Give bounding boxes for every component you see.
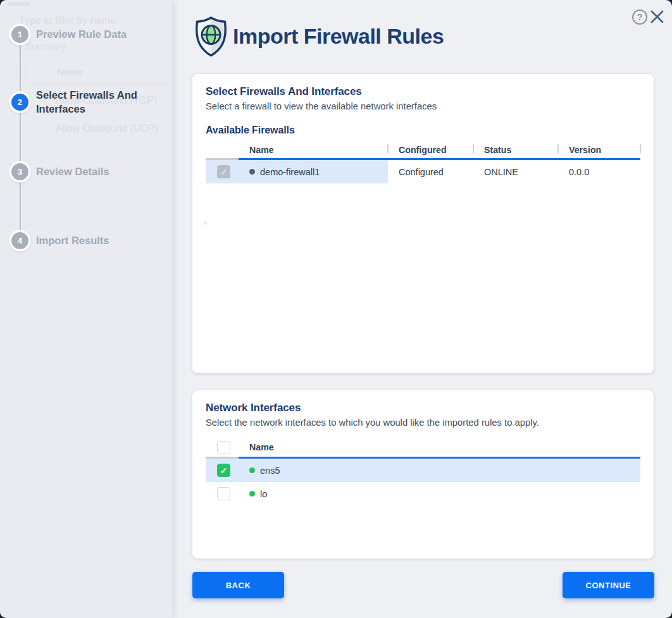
firewall-status-dot-icon	[249, 169, 255, 175]
firewall-row-demo-firewall1[interactable]: demo-firewall1 Configured ONLINE 0.0.0	[206, 160, 640, 183]
interfaces-table: Name ens5 lo	[206, 438, 640, 505]
row-status-cell: ONLINE	[473, 160, 558, 183]
available-firewalls-title: Available Firewalls	[206, 125, 640, 136]
row-name-cell: ens5	[239, 459, 640, 482]
dialog-title: Import Firewall Rules	[233, 24, 444, 49]
row-configured-cell: Configured	[388, 160, 473, 183]
row-name-cell: lo	[239, 482, 640, 505]
background-checkbox-ghost	[4, 67, 13, 77]
wizard-stepper-sidebar: Type to filter by name Summary Name Allo…	[0, 0, 172, 618]
row-checkbox-cell	[206, 160, 239, 183]
step-preview-rule-data[interactable]: 1 Preview Rule Data	[11, 26, 149, 43]
row-name-cell: demo-firewall1	[239, 160, 388, 183]
help-glyph: ?	[637, 12, 643, 22]
import-firewall-rules-dialog: Type to filter by name Summary Name Allo…	[0, 0, 672, 618]
column-header-status: Status	[473, 141, 558, 158]
firewall-row-checkbox	[217, 165, 230, 178]
interface-name: ens5	[260, 466, 280, 476]
step-review-details[interactable]: 3 Review Details	[11, 163, 149, 180]
column-header-name: Name	[239, 438, 640, 457]
interface-checkbox[interactable]	[217, 487, 230, 500]
column-header-name: Name	[239, 141, 388, 158]
step-import-results[interactable]: 4 Import Results	[11, 232, 149, 249]
step-number-badge: 4	[11, 232, 28, 249]
interface-name: lo	[260, 489, 267, 499]
background-checkbox-ghost	[16, 67, 26, 77]
column-header-configured: Configured	[388, 141, 473, 158]
background-divider-ghost	[30, 84, 172, 85]
background-rule-ghost: Allow Outbound (UDP)	[56, 123, 158, 134]
stepper-connector-line	[20, 35, 21, 241]
step-select-firewalls-and-interfaces[interactable]: 2 Select Firewalls And Interfaces	[11, 89, 149, 116]
background-name-header-ghost: Name	[57, 66, 83, 77]
step-number-badge: 1	[11, 26, 28, 43]
header-checkbox-spacer	[206, 141, 239, 158]
firewall-shield-globe-icon	[193, 15, 229, 58]
background-filter-input-ghost: Type to filter by name	[19, 15, 116, 27]
row-checkbox-cell	[206, 459, 239, 482]
firewalls-table-header: Name Configured Status Version	[206, 141, 640, 158]
interface-status-dot-icon	[249, 467, 255, 473]
card-subheading: Select a firewall to view the available …	[206, 101, 640, 111]
header-checkbox-cell	[206, 438, 239, 457]
firewalls-table: Name Configured Status Version demo-fire…	[206, 141, 640, 183]
back-button[interactable]: BACK	[192, 572, 284, 598]
interface-row-ens5[interactable]: ens5	[206, 459, 640, 482]
card-heading: Select Firewalls And Interfaces	[206, 85, 640, 98]
row-checkbox-cell	[206, 482, 239, 505]
row-version-cell: 0.0.0	[558, 160, 640, 183]
interface-checkbox[interactable]	[217, 464, 230, 477]
select-firewalls-card: Select Firewalls And Interfaces Select a…	[192, 74, 654, 373]
step-label: Select Firewalls And Interfaces	[36, 89, 149, 116]
continue-button[interactable]: CONTINUE	[563, 572, 654, 598]
interfaces-table-header: Name	[206, 438, 640, 457]
step-label: Import Results	[36, 234, 149, 248]
help-icon[interactable]: ?	[632, 9, 647, 25]
network-interfaces-card: Network Interfaces Select the network in…	[192, 390, 654, 559]
step-label: Preview Rule Data	[36, 28, 149, 42]
select-all-checkbox[interactable]	[217, 441, 230, 454]
close-icon[interactable]	[650, 9, 664, 24]
card-subheading: Select the network interfaces to which y…	[206, 417, 640, 428]
step-number-badge: 2	[11, 94, 28, 111]
card-heading: Network Interfaces	[206, 402, 640, 414]
step-label: Review Details	[36, 165, 149, 179]
background-ghost-tab	[8, 2, 30, 6]
step-number-badge: 3	[11, 163, 28, 180]
stray-artifact-mark	[204, 221, 207, 225]
column-header-version: Version	[558, 141, 640, 158]
firewall-name: demo-firewall1	[260, 167, 320, 177]
interface-row-lo[interactable]: lo	[206, 482, 640, 505]
interface-status-dot-icon	[249, 491, 255, 497]
